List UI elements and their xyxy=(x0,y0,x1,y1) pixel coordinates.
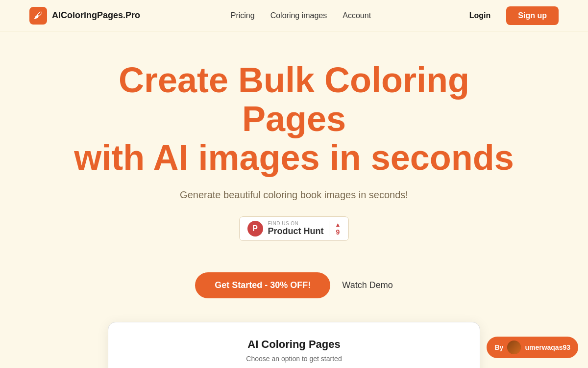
logo-link[interactable]: 🖌 AIColoringPages.Pro xyxy=(29,7,140,25)
user-avatar xyxy=(507,341,521,354)
get-started-button[interactable]: Get Started - 30% OFF! xyxy=(195,272,330,298)
product-hunt-logo: P xyxy=(247,221,263,237)
app-preview-subtitle: Choose an option to get started xyxy=(126,355,462,363)
app-preview-title: AI Coloring Pages xyxy=(126,338,462,351)
cta-area: Get Started - 30% OFF! Watch Demo xyxy=(10,272,578,298)
hero-subtitle: Generate beautiful coloring book images … xyxy=(10,189,578,201)
upvote-arrow-icon: ▲ xyxy=(335,221,341,228)
hero-section: Create Bulk Coloring Pages with AI image… xyxy=(0,31,588,368)
header-actions: Login Sign up xyxy=(462,6,559,25)
product-hunt-votes: ▲ 9 xyxy=(329,221,341,236)
by-badge[interactable]: By umerwaqas93 xyxy=(487,337,578,358)
username: umerwaqas93 xyxy=(525,343,570,351)
nav-item-pricing[interactable]: Pricing xyxy=(231,11,255,20)
nav-item-coloring[interactable]: Coloring images xyxy=(270,11,327,20)
product-hunt-badge[interactable]: P FIND US ON Product Hunt ▲ 9 xyxy=(239,216,349,241)
header: 🖌 AIColoringPages.Pro Pricing Coloring i… xyxy=(0,0,588,31)
hero-title: Create Bulk Coloring Pages with AI image… xyxy=(74,61,514,178)
logo-text: AIColoringPages.Pro xyxy=(52,10,140,21)
logo-icon: 🖌 xyxy=(29,7,47,25)
signup-button[interactable]: Sign up xyxy=(506,6,559,25)
nav-item-account[interactable]: Account xyxy=(343,11,371,20)
nav: Pricing Coloring images Account xyxy=(231,11,371,20)
by-prefix: By xyxy=(494,343,503,351)
watch-demo-button[interactable]: Watch Demo xyxy=(342,280,392,290)
product-hunt-text: FIND US ON Product Hunt xyxy=(268,221,324,237)
app-preview-card: AI Coloring Pages Choose an option to ge… xyxy=(108,322,480,368)
login-button[interactable]: Login xyxy=(462,7,499,24)
